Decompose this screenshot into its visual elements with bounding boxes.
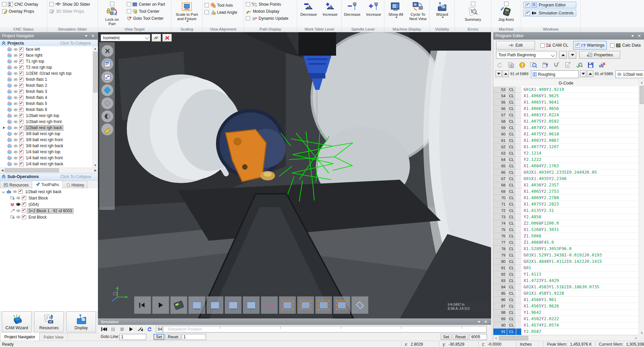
checkbox[interactable] [540, 43, 545, 48]
step-forward-button[interactable] [569, 51, 576, 59]
line-number-cell[interactable]: 58 [493, 118, 507, 125]
set-button[interactable]: Set [154, 334, 164, 340]
line-number-cell[interactable]: 66 [493, 169, 507, 176]
breakpoint-cell[interactable] [516, 297, 522, 303]
play-button[interactable] [127, 326, 135, 333]
jog-pendant-button[interactable] [170, 296, 187, 314]
scroll-down-arrow[interactable]: ▼ [93, 163, 98, 168]
project-tree-item[interactable]: face left [0, 46, 98, 52]
breakpoint-cell[interactable] [516, 176, 522, 182]
visibility-eye-icon[interactable] [13, 48, 18, 51]
cl-marker-cell[interactable]: CL [507, 169, 516, 176]
project-tree-item[interactable]: face right [0, 52, 98, 58]
visibility-eye-icon[interactable] [13, 96, 18, 99]
line-number-cell[interactable]: 55 [493, 99, 507, 106]
project-tree-item[interactable]: finish flats 4 [0, 95, 98, 101]
project-tree-item[interactable]: 1/2ball rest rgh front [0, 119, 98, 125]
project-tree-item[interactable]: 1/4 ball rest rgh front [0, 155, 98, 161]
operation-checkbox[interactable] [19, 132, 23, 136]
zoom-to-fixture-button[interactable] [333, 296, 350, 314]
line-number-cell[interactable]: 81 [493, 265, 507, 271]
position-mode-select[interactable]: Tool Path Beginning [496, 51, 556, 59]
end-line-input[interactable] [470, 334, 487, 340]
cl-marker-cell[interactable]: CL [507, 163, 516, 169]
gcode-row[interactable]: 75 CL X1.5268Y1.3031 [493, 227, 639, 233]
show-3d-slider-checkbox[interactable]: Show 3D Slider [49, 1, 90, 7]
line-number-cell[interactable]: 89 [493, 316, 507, 322]
checkbox[interactable] [576, 43, 580, 48]
breakpoint-cell[interactable] [516, 258, 522, 265]
line-number-cell[interactable]: 64 [493, 157, 507, 163]
simulation-controls-window-toggle[interactable]: Simulation Controls [523, 10, 576, 16]
zoom-to-machine-button[interactable] [297, 296, 314, 314]
operation-checkbox[interactable] [19, 126, 23, 130]
gcode-row[interactable]: 64 CL Y2.1222 [493, 157, 639, 163]
breakpoint-cell[interactable] [516, 99, 522, 106]
properties-button[interactable]: Properties [579, 51, 620, 59]
visibility-eye-icon[interactable] [13, 151, 18, 154]
slider-props-button[interactable]: 3D Slider Props [49, 8, 84, 14]
gcode-row[interactable]: 81 CL G01 [493, 265, 639, 271]
summary-button[interactable]: Summary [460, 1, 486, 22]
scroll-left-arrow[interactable]: < [493, 336, 499, 340]
visibility-eye-icon[interactable] [13, 163, 18, 166]
cl-marker-cell[interactable]: CL [507, 290, 516, 297]
gcode-row[interactable]: 66 CL G02X1.4034Y2.2335I0.2449J0.05 [493, 169, 639, 176]
dynamic-update-checkbox[interactable]: Dynamic Update [246, 15, 288, 21]
refresh-button[interactable] [495, 61, 503, 69]
visibility-eye-icon[interactable] [13, 54, 18, 57]
lock-on-part-checkbox[interactable] [110, 2, 114, 6]
operation-checkbox[interactable] [19, 90, 23, 94]
checkbox[interactable] [526, 11, 530, 15]
sub-operations-section-header[interactable]: Sub-Operations Click To Collapse [0, 173, 98, 180]
gcode-row[interactable]: 85 CL G01X1.458Y1.9228 [493, 290, 639, 297]
scroll-right-arrow[interactable]: > [633, 336, 639, 340]
breakpoint-cell[interactable] [516, 93, 522, 99]
checkbox[interactable] [2, 2, 6, 6]
breakpoint-cell[interactable] [516, 157, 522, 163]
end-reset-button[interactable]: Reset [453, 334, 468, 340]
scroll-up-arrow[interactable]: ∧ [639, 80, 644, 85]
operation-checkbox[interactable] [19, 83, 23, 88]
breakpoint-cell[interactable] [516, 220, 522, 227]
go-to-start-button[interactable] [100, 326, 108, 333]
line-number-cell[interactable]: 90 [493, 322, 507, 329]
shaded-view-button[interactable] [101, 84, 113, 96]
operation-checkbox[interactable] [19, 96, 23, 100]
gcode-row[interactable]: 65 CL X1.4084Y2.1763 [493, 163, 639, 169]
gcode-row[interactable]: 87 CL X1.4565Y1.9626 [493, 303, 639, 309]
breakpoint-cell[interactable] [516, 303, 522, 309]
breakpoint-cell[interactable] [516, 118, 522, 125]
project-tree-item[interactable]: finish flats 5 [0, 101, 98, 107]
project-tree-item[interactable]: finish flats 6 [0, 107, 98, 113]
visibility-eye-icon[interactable] [16, 216, 20, 219]
cl-marker-cell[interactable]: CL [507, 271, 516, 278]
breakpoint-cell[interactable] [516, 233, 522, 239]
checkbox[interactable] [49, 2, 54, 6]
operation-checkbox[interactable] [19, 150, 23, 154]
lead-angle-checkbox[interactable]: Lead Angle [205, 9, 237, 15]
breakpoint-cell[interactable] [516, 131, 522, 137]
cl-marker-cell[interactable]: CL [507, 252, 516, 258]
signal-monitor-button[interactable] [152, 34, 161, 42]
tool-axis-checkbox[interactable]: Tool Axis [205, 2, 233, 8]
show-points-checkbox[interactable]: Show Points [246, 1, 281, 7]
gcode-row[interactable]: 76 CL Z1.5068 [493, 233, 639, 239]
toolpath-child-item[interactable]: End Block [0, 214, 98, 220]
line-number-cell[interactable]: 63 [493, 150, 507, 157]
tab-pallet-view[interactable]: Pallet View [40, 333, 68, 341]
visibility-eye-icon[interactable] [16, 203, 20, 206]
breakpoint-cell[interactable] [516, 246, 522, 252]
project-tree-item[interactable]: 1/4 ball rest rgh back [0, 161, 98, 167]
toolpath-child-item[interactable]: Start Block [0, 195, 98, 201]
cl-marker-cell[interactable]: CL [507, 309, 516, 316]
line-number-cell[interactable]: 69 [493, 188, 507, 195]
breakpoint-cell[interactable] [516, 150, 522, 157]
cl-marker-cell[interactable]: CL [507, 284, 516, 290]
project-tree-item[interactable]: finish flats 3 [0, 89, 98, 95]
line-number-cell[interactable]: 73 [493, 214, 507, 220]
line-number-cell[interactable]: 87 [493, 303, 507, 309]
operation-checkbox[interactable] [19, 114, 23, 118]
goto-tool-center-button[interactable]: Goto Tool Center [127, 15, 164, 21]
gcode-row[interactable]: 55 CL X1.4065Y1.9641 [493, 99, 639, 106]
